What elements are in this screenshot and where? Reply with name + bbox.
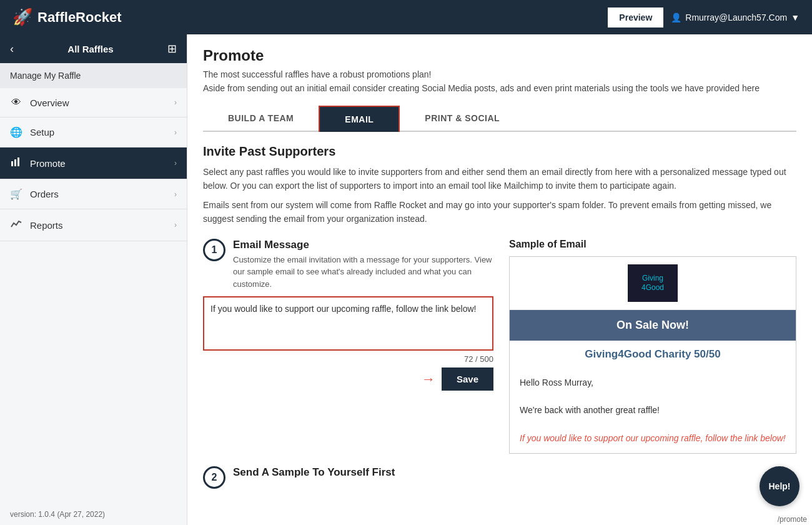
chevron-right-icon: ›	[174, 98, 177, 107]
sidebar-item-reports[interactable]: Reports ›	[0, 209, 187, 241]
chevron-right-icon: ›	[174, 221, 177, 229]
arrow-right-icon: →	[422, 371, 435, 388]
tab-email[interactable]: EMAIL	[319, 106, 400, 132]
invite-desc-1: Select any past raffles you would like t…	[203, 165, 796, 193]
email-preview-charity: Giving4Good Charity 50/50	[510, 341, 796, 368]
step2-circle: 2	[203, 466, 225, 489]
main-container: ‹ All Raffles ⊞ Manage My Raffle 👁 Overv…	[0, 34, 812, 525]
step1-title: Email Message	[233, 239, 493, 251]
step1-content: Email Message Customize the email invita…	[233, 239, 493, 291]
logo: 🚀 RaffleRocket	[12, 8, 121, 27]
email-greeting: Hello Ross Murray,	[520, 376, 786, 389]
chevron-right-icon: ›	[174, 128, 177, 137]
invite-desc-2: Emails sent from our system will come fr…	[203, 198, 796, 226]
sidebar-top: ‹ All Raffles ⊞	[0, 34, 187, 63]
two-col-layout: 1 Email Message Customize the email invi…	[203, 239, 796, 454]
svg-rect-2	[17, 158, 19, 166]
step2-section: 2 Send A Sample To Yourself First	[203, 466, 796, 489]
back-button[interactable]: ‹	[10, 42, 14, 56]
step1-circle: 1	[203, 239, 225, 261]
email-message-textarea[interactable]	[210, 304, 486, 341]
url-bar: /promote	[773, 514, 812, 525]
sidebar-item-label: Reports	[30, 220, 167, 231]
user-icon: 👤	[671, 12, 681, 22]
email-preview-body: Hello Ross Murray, We're back with anoth…	[510, 368, 796, 453]
eye-icon: 👁	[10, 97, 22, 108]
step1-desc: Customize the email invitation with a me…	[233, 254, 493, 291]
email-body-text: We're back with another great raffle!	[520, 403, 786, 417]
sidebar: ‹ All Raffles ⊞ Manage My Raffle 👁 Overv…	[0, 34, 187, 525]
header-right: Preview 👤 Rmurray@Launch57.Com ▼	[608, 8, 800, 28]
step1-header: 1 Email Message Customize the email invi…	[203, 239, 493, 291]
email-logo-box: Giving4Good	[628, 264, 678, 302]
sidebar-item-overview[interactable]: 👁 Overview ›	[0, 88, 187, 118]
sidebar-item-label: Setup	[30, 127, 167, 138]
giving4good-logo: Giving4Good	[641, 274, 664, 292]
cart-icon: 🛒	[10, 188, 22, 200]
sidebar-item-label: Overview	[30, 98, 167, 108]
email-textarea-wrapper[interactable]	[203, 296, 493, 351]
email-custom-text: If you would like to support our upcomin…	[520, 431, 786, 445]
logo-text: RaffleRocket	[37, 9, 121, 26]
sidebar-item-promote[interactable]: Promote ›	[0, 148, 187, 179]
preview-button[interactable]: Preview	[608, 8, 663, 28]
svg-rect-0	[11, 161, 13, 166]
email-preview: Giving4Good On Sale Now! Giving4Good Cha…	[509, 256, 796, 454]
page-title: Promote	[203, 47, 796, 64]
save-row: → Save	[203, 368, 493, 391]
sidebar-item-label: Orders	[30, 189, 167, 199]
sidebar-item-setup[interactable]: 🌐 Setup ›	[0, 118, 187, 148]
page-desc: Aside from sending out an initial email …	[203, 83, 796, 93]
chart-icon	[10, 156, 22, 170]
email-preview-header: Giving4Good	[510, 257, 796, 310]
reports-icon	[10, 218, 22, 232]
user-email: Rmurray@Launch57.Com	[685, 12, 787, 22]
char-count: 72 / 500	[203, 354, 493, 364]
save-button[interactable]: Save	[442, 368, 493, 391]
email-preview-banner: On Sale Now!	[510, 310, 796, 341]
grid-icon[interactable]: ⊞	[167, 42, 177, 56]
version-label: version: 1.0.4 (Apr 27, 2022)	[0, 504, 187, 525]
sidebar-item-label: Promote	[30, 158, 167, 169]
chevron-right-icon: ›	[174, 190, 177, 199]
tab-build-a-team[interactable]: BUILD A TEAM	[203, 106, 319, 131]
tab-bar: BUILD A TEAM EMAIL PRINT & SOCIAL	[203, 106, 796, 132]
help-button[interactable]: Help!	[760, 466, 800, 506]
invite-section-title: Invite Past Supporters	[203, 144, 796, 159]
rocket-icon: 🚀	[12, 8, 32, 27]
left-column: 1 Email Message Customize the email invi…	[203, 239, 493, 454]
tab-print-social[interactable]: PRINT & SOCIAL	[400, 106, 525, 131]
chevron-down-icon: ▼	[791, 12, 800, 22]
user-info[interactable]: 👤 Rmurray@Launch57.Com ▼	[671, 12, 800, 22]
sample-email-label: Sample of Email	[509, 239, 796, 250]
all-raffles-label: All Raffles	[67, 44, 113, 54]
page-subtitle: The most successful raffles have a robus…	[203, 69, 796, 79]
manage-my-raffle-label: Manage My Raffle	[0, 63, 187, 88]
content-area: Promote The most successful raffles have…	[187, 34, 812, 525]
chevron-right-icon: ›	[174, 159, 177, 168]
globe-icon: 🌐	[10, 126, 22, 138]
header: 🚀 RaffleRocket Preview 👤 Rmurray@Launch5…	[0, 0, 812, 34]
right-column: Sample of Email Giving4Good On Sale Now!…	[509, 239, 796, 454]
svg-rect-1	[14, 159, 16, 166]
sidebar-item-orders[interactable]: 🛒 Orders ›	[0, 179, 187, 209]
step2-title: Send A Sample To Yourself First	[233, 466, 395, 479]
